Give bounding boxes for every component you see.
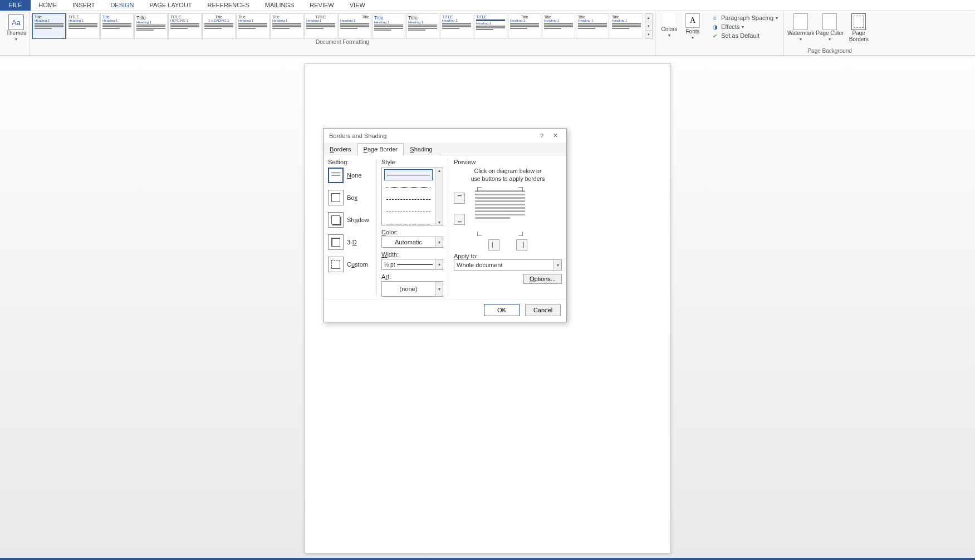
style-option-dashed[interactable] [384, 194, 433, 205]
group-document-formatting: TitleHeading 1 TITLEHeading 1 TitleHeadi… [30, 11, 655, 55]
themes-icon: Aa [8, 14, 24, 30]
style-set-card[interactable]: TitleHeading 1 [270, 13, 303, 39]
tab-review[interactable]: REVIEW [302, 0, 341, 11]
style-set-card[interactable]: TITLEHEADING 1 [168, 13, 202, 39]
border-left-button[interactable]: ▏ [488, 239, 499, 250]
set-default-button[interactable]: ✔Set as Default [711, 32, 778, 40]
style-set-card[interactable]: TitleHeading 1 [610, 13, 643, 39]
setting-3d-icon [328, 234, 344, 250]
docfmt-group-label: Document Formatting [32, 39, 653, 46]
tab-design[interactable]: DESIGN [102, 0, 141, 11]
style-set-card[interactable]: TITLEHeading 1 [474, 13, 507, 39]
border-bottom-button[interactable]: ▁ [454, 214, 465, 225]
watermark-button[interactable]: Watermark ▾ [786, 12, 815, 42]
options-button[interactable]: Options... [523, 274, 562, 284]
style-option-dashed2[interactable] [384, 206, 433, 217]
border-right-button[interactable]: ▕ [516, 239, 527, 250]
tab-view[interactable]: VIEW [342, 0, 373, 11]
border-top-button[interactable]: ▔ [454, 193, 465, 204]
apply-to-combo[interactable]: Whole document ▾ [454, 259, 562, 271]
page-borders-button[interactable]: Page Borders [844, 12, 873, 42]
dialog-tabs: Borders Page Border Shading [324, 143, 566, 155]
watermark-icon [793, 13, 808, 30]
dialog-title: Borders and Shading [329, 132, 535, 139]
cancel-button[interactable]: Cancel [525, 304, 561, 316]
ribbon-tabs: FILE HOME INSERT DESIGN PAGE LAYOUT REFE… [0, 0, 975, 11]
style-set-card[interactable]: TITLEHeading 1 [304, 13, 337, 39]
preview-hint: Click on diagram below or use buttons to… [454, 168, 562, 183]
chevron-down-icon: ▾ [435, 237, 443, 247]
setting-custom[interactable]: Custom [328, 257, 374, 272]
preview-diagram[interactable] [469, 187, 531, 236]
chevron-down-icon: ▾ [800, 37, 802, 42]
style-list[interactable]: ▴▾ [381, 168, 443, 225]
style-set-card[interactable]: TitleHeading 1 [100, 13, 134, 39]
preview-column: Preview Click on diagram below or use bu… [448, 159, 562, 297]
tab-borders[interactable]: Borders [324, 143, 357, 155]
tab-page-layout[interactable]: PAGE LAYOUT [142, 0, 200, 11]
tab-mailings[interactable]: MAILINGS [257, 0, 302, 11]
scroll-up-icon[interactable]: ▴ [645, 14, 652, 22]
dialog-footer: OK Cancel [324, 299, 566, 322]
style-set-card[interactable]: TitleHeading 1 [372, 13, 405, 39]
style-set-card[interactable]: TitleHeading 1 [406, 13, 439, 39]
chevron-down-icon: ▾ [668, 33, 670, 38]
setting-label: Setting: [328, 159, 374, 165]
tab-home[interactable]: HOME [31, 0, 65, 11]
style-option-dotted[interactable] [384, 181, 433, 193]
page-color-button[interactable]: Page Color ▾ [815, 12, 844, 42]
ribbon: Aa Themes ▾ TitleHeading 1 TITLEHeading … [0, 11, 975, 56]
setting-none[interactable]: None [328, 168, 374, 183]
style-scrollbar[interactable]: ▴▾ [435, 168, 443, 225]
chevron-down-icon: ▾ [692, 35, 694, 40]
setting-box[interactable]: Box [328, 190, 374, 205]
style-set-card[interactable]: TitleHeading 1 [134, 13, 168, 39]
style-set-card[interactable]: TitleHeading 1 [32, 13, 66, 39]
scroll-up-icon[interactable]: ▴ [438, 168, 440, 173]
art-combo[interactable]: (none) ▾ [381, 281, 443, 297]
paragraph-spacing-button[interactable]: ≡Paragraph Spacing▾ [711, 14, 778, 22]
dialog-titlebar[interactable]: Borders and Shading ? ✕ [324, 129, 566, 143]
tab-references[interactable]: REFERENCES [200, 0, 257, 11]
ok-button[interactable]: OK [484, 304, 520, 316]
tab-file[interactable]: FILE [0, 0, 31, 11]
tab-insert[interactable]: INSERT [65, 0, 102, 11]
paragraph-spacing-icon: ≡ [711, 14, 719, 22]
help-button[interactable]: ? [535, 132, 548, 139]
tab-page-border[interactable]: Page Border [357, 143, 404, 155]
color-combo[interactable]: Automatic ▾ [381, 237, 443, 248]
style-column: Style: ▴▾ Color: Automatic ▾ Width: ½ [377, 159, 448, 297]
style-set-card[interactable]: TitleHeading 1 [338, 13, 371, 39]
setting-3d[interactable]: 3-D [328, 234, 374, 250]
gallery-more-icon[interactable]: ▾ [645, 31, 652, 38]
scroll-down-icon[interactable]: ▾ [438, 220, 440, 225]
tab-shading[interactable]: Shading [404, 143, 438, 155]
color-label: Color: [381, 229, 443, 235]
gallery-scroll[interactable]: ▴ ▾ ▾ [645, 13, 653, 39]
scroll-down-icon[interactable]: ▾ [645, 22, 652, 31]
setting-shadow-icon [328, 212, 344, 228]
page-bg-group-label: Page Background [786, 48, 873, 55]
fonts-button[interactable]: A Fonts ▾ [681, 12, 704, 55]
width-label: Width: [381, 251, 443, 258]
chevron-down-icon: ▾ [15, 37, 17, 42]
setting-shadow[interactable]: Shadow [328, 212, 374, 228]
style-set-card[interactable]: Title1 HEADING 1 [202, 13, 236, 39]
style-set-card[interactable]: TITLEHeading 1 [440, 13, 473, 39]
style-set-card[interactable]: TITLEHeading 1 [66, 13, 100, 39]
close-button[interactable]: ✕ [548, 132, 562, 139]
style-set-card[interactable]: TitleHeading 1 [236, 13, 270, 39]
style-option-dashdot[interactable] [384, 218, 433, 229]
effects-button[interactable]: ◑Effects▾ [711, 23, 778, 31]
style-set-card[interactable]: TitleHeading 1 [508, 13, 541, 39]
style-set-card[interactable]: TitleHeading 1 [542, 13, 575, 39]
colors-button[interactable]: Colors ▾ [658, 12, 681, 55]
width-combo[interactable]: ½ pt ▾ [381, 259, 443, 270]
themes-button[interactable]: Aa Themes ▾ [5, 12, 27, 42]
borders-shading-dialog: Borders and Shading ? ✕ Borders Page Bor… [323, 128, 567, 322]
group-colors-fonts: Colors ▾ A Fonts ▾ [655, 11, 707, 55]
check-icon: ✔ [711, 32, 719, 40]
style-set-gallery[interactable]: TitleHeading 1 TITLEHeading 1 TitleHeadi… [32, 12, 653, 39]
style-option-solid[interactable] [384, 169, 433, 180]
style-set-card[interactable]: TitleHeading 1 [576, 13, 609, 39]
